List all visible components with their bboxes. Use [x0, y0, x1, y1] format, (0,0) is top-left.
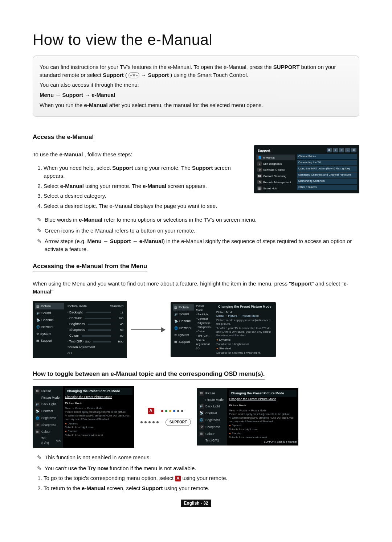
right-item-0: Channel Menu [297, 154, 357, 159]
sidebar-item-channel: 📡Channel [35, 317, 64, 323]
section-from-menu-title: Accessing the e-Manual from the Menu [33, 262, 147, 272]
sound-icon: 🔊 [35, 402, 40, 407]
osd-head: Changing the Preset Picture Mode [65, 388, 132, 395]
toolbar-btn-5: ✕ [351, 148, 356, 152]
row-contrast: · Contrast100 [66, 316, 125, 321]
diagnosis-icon: ⌕ [257, 161, 262, 166]
sidebar-item-system: ⚙System [35, 331, 64, 337]
remote-support-button: SUPPORT [166, 419, 191, 426]
support-icon: ▦ [36, 339, 39, 343]
right-item-4: Memorizing Channels [297, 178, 357, 184]
support-icon: ▦ [35, 429, 40, 434]
intro-line3: When you run the e-Manual after you sele… [40, 101, 352, 109]
figure-osd-right: ▧Picture Picture Mode 🔊Back Light 📡Contr… [197, 388, 298, 445]
arrow-icon [131, 328, 167, 332]
note-icon: ✎ [37, 238, 42, 245]
picture-icon: ▧ [35, 389, 40, 394]
row-sharpness: · Sharpness50 [66, 327, 125, 333]
toggle-note-2: ✎ You can't use the Try now function if … [37, 464, 359, 472]
support-item-emanual: 📘e-Manual [256, 155, 295, 160]
sidebar-item-network: 🌐Network [35, 324, 64, 330]
emanual-bullet-dynamic: ●Dynamic [216, 338, 274, 342]
hub-icon: ▦ [257, 186, 262, 190]
network-icon: 🌐 [36, 325, 40, 329]
osd-picture-mode: Picture Mode [65, 400, 132, 407]
toggle-note-1: ✎ This function is not enabled in some m… [37, 453, 359, 461]
contact-icon: ☎ [257, 174, 262, 178]
toolbar-btn-1: ✿ [327, 148, 332, 152]
right-item-2: Using the INFO button (Now & Next guide) [297, 166, 357, 172]
panel-head-right: Standard [110, 304, 123, 309]
remote-red-dot [161, 410, 163, 412]
note-icon: ✎ [37, 454, 42, 461]
smart-touch-icon: ✿ [128, 72, 139, 78]
row-brightness: · Brightness45 [66, 321, 125, 327]
toolbar-btn-4: ⌕ [345, 148, 350, 152]
support-item-remote-mgmt: ⚙Remote Management [256, 179, 295, 185]
right-item-1: Connecting the TV [297, 160, 357, 165]
access-note-2: ✎ Green icons in the e-Manual refers to … [37, 227, 359, 235]
sidebar-item-support: ▦Support [35, 338, 64, 344]
page-title: How to view the e-Manual [33, 29, 359, 51]
row-screen-adjustment: Screen Adjustment [66, 345, 125, 350]
toggle-step-2: To return to the e-Manual screen, select… [44, 484, 359, 492]
back-to-emanual: SUPPORT Back to e-Manual [229, 439, 297, 444]
sound-icon: 🔊 [36, 311, 40, 316]
channel-icon: 📡 [35, 408, 40, 414]
emanual-head: Changing the Preset Picture Mode [216, 304, 274, 310]
figure-tv-emanual-right: ▧Picture 🔊Sound 📡Channel 🌐Network ⚙Syste… [171, 302, 276, 357]
osd-link: Changing the Preset Picture Mode [65, 395, 132, 400]
emanual-bullet-standard: ●Standard [216, 347, 274, 350]
support-item-software-update: ↻Software Update [256, 167, 295, 173]
emanual-line1: Picture modes apply preset adjustments t… [216, 319, 274, 326]
toggle-steps: To go to the topic's corresponding menu … [33, 474, 359, 492]
access-step-1: When you need help, select Support using… [44, 164, 248, 180]
toolbar-btn-3: ↺ [339, 148, 344, 152]
note-icon: ✎ [37, 465, 42, 472]
figure-support-screen: Support 📘e-Manual ⌕Self Diagnosis ↻Softw… [254, 145, 359, 193]
access-step-4: Select a desired topic. The e-Manual dis… [44, 202, 248, 210]
emanual-line2: ✎ When your TV is connected to a PC via … [216, 327, 274, 337]
row-backlight: · Backlight11 [66, 310, 125, 315]
support-item-smart-hub: ▦Smart Hub [256, 185, 295, 191]
page-footer: English - 32 [33, 499, 359, 507]
remote-a-inline-icon: A [175, 476, 181, 481]
row-colour: · Colour50 [66, 333, 125, 338]
remote-a-button: A [148, 408, 154, 414]
access-lead: To use the e-Manual , follow these steps… [33, 151, 248, 159]
picture-icon: ▧ [36, 304, 39, 309]
access-note-1: ✎ Blue words in e-Manual refer to menu o… [37, 216, 359, 224]
section-access-title: Access the e-Manual [33, 133, 94, 143]
system-icon: ⚙ [36, 332, 39, 336]
access-steps: When you need help, select Support using… [33, 164, 248, 210]
access-note-3: ✎ Arrow steps (e.g. Menu → Support → e-M… [37, 237, 359, 253]
right-item-5: Other Features [297, 185, 357, 190]
emanual-menu-path: Menu → Picture → Picture Mode [216, 314, 274, 318]
from-menu-text: When using the Menu and you want to find… [33, 280, 359, 296]
intro-card: You can find instructions for your TV's … [33, 56, 359, 117]
access-step-3: Select a desired category. [44, 192, 248, 200]
network-icon: 🌐 [35, 415, 40, 420]
figure-osd-left: ▧Picture Picture Mode 🔊Back Light 📡Contr… [33, 386, 134, 448]
support-item-self-diagnosis: ⌕Self Diagnosis [256, 161, 295, 167]
channel-icon: 📡 [36, 318, 40, 323]
remote-yellow-dot [169, 410, 171, 412]
row-3d: 3D [66, 350, 125, 356]
sidebar-item-picture: ▧Picture [35, 303, 64, 309]
manual-icon: 📘 [257, 155, 262, 160]
note-icon: ✎ [37, 217, 42, 223]
menu-path: Menu → Support → e-Manual [40, 91, 352, 99]
remote-blue-dot [173, 410, 175, 412]
support-item-contact: ☎Contact Samsung [256, 173, 295, 179]
right-item-3: Managing Channels and Channel Functions [297, 172, 357, 178]
sidebar-item-sound: 🔊Sound [35, 310, 64, 316]
access-step-2: Select e-Manual using your remote. The e… [44, 182, 248, 190]
panel-head-left: Picture Mode [68, 304, 87, 309]
emanual-subhead: Picture Mode [216, 310, 274, 314]
toolbar-btn-2: < [333, 148, 338, 152]
support-header: Support [256, 147, 295, 154]
note-icon: ✎ [37, 227, 42, 234]
intro-line2: You can also access it through the menu: [40, 81, 352, 89]
emanual-toolbar: ✿ < ↺ ⌕ ✕ [297, 147, 357, 153]
row-tint: · Tint (G/R)G50R50 [66, 339, 125, 344]
